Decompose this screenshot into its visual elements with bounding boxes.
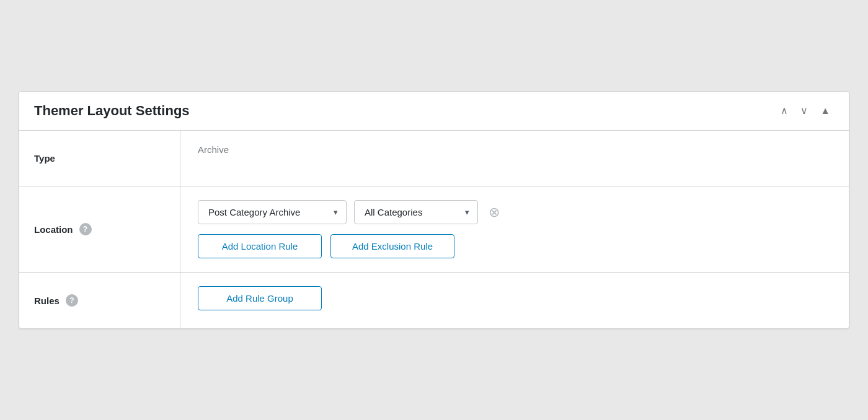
location-label: Location [34,224,73,235]
collapse-button[interactable]: ▲ [817,103,834,118]
move-up-button[interactable]: ∧ [777,103,792,118]
location-dropdowns-row: Post Category Archive ▾ All Categories ▾… [198,200,831,224]
move-down-button[interactable]: ∨ [797,103,812,118]
header-controls: ∧ ∨ ▲ [777,103,834,118]
location-row: Location ? Post Category Archive ▾ All C… [19,186,849,273]
location-label-cell: Location ? [19,186,180,272]
post-category-dropdown[interactable]: Post Category Archive [198,200,347,224]
add-rule-group-button[interactable]: Add Rule Group [198,286,322,310]
type-value: Archive [198,142,229,155]
post-category-select-wrapper: Post Category Archive ▾ [198,200,347,224]
type-content-cell: Archive [180,131,849,169]
rules-content-cell: Add Rule Group [180,273,849,324]
location-help-icon[interactable]: ? [79,223,92,235]
all-categories-dropdown[interactable]: All Categories [354,200,478,224]
add-location-rule-button[interactable]: Add Location Rule [198,234,322,258]
themer-layout-settings-panel: Themer Layout Settings ∧ ∨ ▲ Type Archiv… [19,91,849,329]
panel-title: Themer Layout Settings [34,103,190,119]
rules-row: Rules ? Add Rule Group [19,273,849,328]
type-row: Type Archive [19,131,849,186]
panel-header: Themer Layout Settings ∧ ∨ ▲ [19,92,849,131]
all-categories-select-wrapper: All Categories ▾ [354,200,478,224]
type-label-cell: Type [19,131,180,186]
remove-location-button[interactable]: ⊗ [485,204,503,221]
rules-label-cell: Rules ? [19,273,180,328]
rules-help-icon[interactable]: ? [66,294,78,307]
rules-label: Rules [34,295,60,306]
add-exclusion-rule-button[interactable]: Add Exclusion Rule [330,234,454,258]
location-action-buttons: Add Location Rule Add Exclusion Rule [198,234,831,258]
location-content-cell: Post Category Archive ▾ All Categories ▾… [180,186,849,272]
type-label: Type [34,153,55,164]
